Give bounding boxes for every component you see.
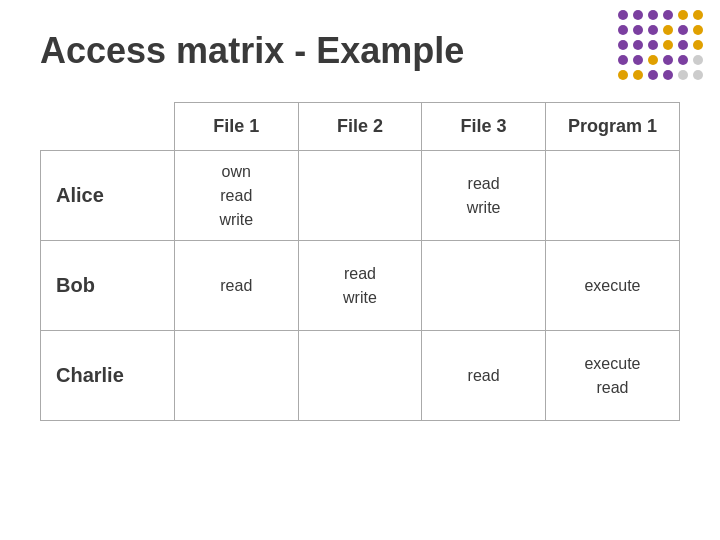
decorative-dot: [633, 55, 643, 65]
decorative-dot: [663, 25, 673, 35]
decorative-dot: [693, 55, 703, 65]
decorative-dot: [663, 10, 673, 20]
decorative-dot: [693, 70, 703, 80]
alice-program1: [545, 151, 679, 241]
decorative-dot: [633, 40, 643, 50]
header-program1: Program 1: [545, 103, 679, 151]
decorative-dot: [648, 10, 658, 20]
row-label-charlie: Charlie: [41, 331, 175, 421]
decorative-dot: [678, 40, 688, 50]
decorative-dot: [618, 40, 628, 50]
decorative-dot: [633, 70, 643, 80]
decorative-dot: [693, 25, 703, 35]
decorative-dot: [618, 70, 628, 80]
bob-file3: [422, 241, 546, 331]
decorative-dot: [648, 25, 658, 35]
decorative-dot: [663, 55, 673, 65]
decorative-dot: [678, 70, 688, 80]
decorative-dot: [678, 10, 688, 20]
table-row: Bob read readwrite execute: [41, 241, 680, 331]
alice-file3: readwrite: [422, 151, 546, 241]
header-file2: File 2: [298, 103, 422, 151]
page: Access matrix - Example File 1 File 2 Fi…: [0, 0, 720, 540]
charlie-file1: [174, 331, 298, 421]
decorative-dot: [618, 55, 628, 65]
charlie-program1: executeread: [545, 331, 679, 421]
decorative-dot: [693, 10, 703, 20]
bob-program1: execute: [545, 241, 679, 331]
decorative-dot: [663, 70, 673, 80]
page-title: Access matrix - Example: [40, 30, 680, 72]
decorative-dot: [618, 10, 628, 20]
row-label-bob: Bob: [41, 241, 175, 331]
decorative-dot: [678, 55, 688, 65]
decorative-dot: [618, 25, 628, 35]
decorative-dot: [663, 40, 673, 50]
bob-file2: readwrite: [298, 241, 422, 331]
decorative-dot: [648, 70, 658, 80]
decorative-dot: [648, 55, 658, 65]
decorative-dot: [693, 40, 703, 50]
bob-file1: read: [174, 241, 298, 331]
decorative-dot: [678, 25, 688, 35]
table-row: Alice ownreadwrite readwrite: [41, 151, 680, 241]
table-row: Charlie read executeread: [41, 331, 680, 421]
decorative-dots: [618, 10, 705, 82]
header-empty: [41, 103, 175, 151]
decorative-dot: [633, 25, 643, 35]
header-file3: File 3: [422, 103, 546, 151]
access-matrix-table: File 1 File 2 File 3 Program 1 Alice own…: [40, 102, 680, 421]
decorative-dot: [648, 40, 658, 50]
alice-file2: [298, 151, 422, 241]
decorative-dot: [633, 10, 643, 20]
charlie-file2: [298, 331, 422, 421]
charlie-file3: read: [422, 331, 546, 421]
header-file1: File 1: [174, 103, 298, 151]
row-label-alice: Alice: [41, 151, 175, 241]
alice-file1: ownreadwrite: [174, 151, 298, 241]
